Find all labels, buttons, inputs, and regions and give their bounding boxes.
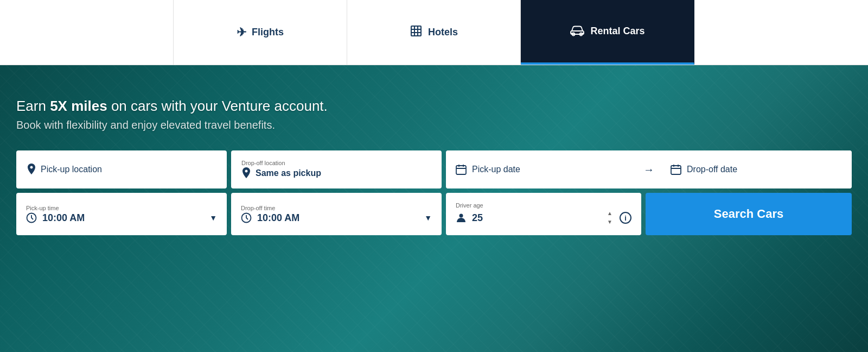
dropoff-clock-icon [241, 212, 252, 223]
hotels-icon [410, 24, 423, 41]
driver-age-value-content: 25 [456, 212, 483, 224]
date-range-wrapper: Pick-up date → Drop-off date [446, 150, 852, 188]
pickup-time-field[interactable]: Pick-up time 10:00 AM ▼ [16, 193, 227, 235]
dropoff-time-label: Drop-off time [241, 205, 432, 211]
pickup-date-placeholder: Pick-up date [472, 165, 520, 174]
dropoff-time-value: 10:00 AM [257, 212, 299, 224]
tab-rental-cars[interactable]: Rental Cars [521, 0, 694, 65]
person-icon [456, 212, 467, 223]
date-arrow: → [637, 150, 661, 188]
age-row: 25 ▲ ▼ i [456, 210, 631, 226]
search-button-container: Search Cars [646, 193, 852, 235]
search-cars-button[interactable]: Search Cars [646, 193, 852, 235]
search-form: Pick-up location Drop-off location Same … [16, 150, 852, 235]
pickup-calendar-icon [456, 164, 467, 175]
headline-bold: 5X miles [50, 98, 107, 114]
age-increment-button[interactable]: ▲ [605, 210, 614, 217]
car-icon [570, 22, 585, 41]
pickup-location-field[interactable]: Pick-up location [16, 150, 227, 188]
hero-subline: Book with flexibility and enjoy elevated… [16, 119, 852, 131]
svg-rect-0 [411, 26, 421, 36]
pickup-time-dropdown-icon: ▼ [209, 213, 217, 222]
hero-headline: Earn 5X miles on cars with your Venture … [16, 98, 852, 115]
driver-age-label: Driver age [456, 202, 631, 209]
hotels-tab-label: Hotels [428, 27, 458, 38]
hero-content: Earn 5X miles on cars with your Venture … [0, 65, 868, 252]
hero-section: Earn 5X miles on cars with your Venture … [0, 65, 868, 352]
pickup-location-content: Pick-up location [27, 164, 216, 175]
headline-suffix: on cars with your Venture account. [107, 98, 328, 114]
rental-cars-tab-label: Rental Cars [590, 26, 644, 37]
age-stepper[interactable]: ▲ ▼ [605, 210, 614, 226]
dropoff-time-row: 10:00 AM ▼ [241, 212, 432, 224]
dropoff-location-field[interactable]: Drop-off location Same as pickup [231, 150, 442, 188]
nav-left-space [0, 0, 174, 65]
search-cars-label: Search Cars [714, 207, 783, 221]
dropoff-location-label: Drop-off location [241, 160, 431, 166]
pickup-location-placeholder: Pick-up location [41, 165, 102, 174]
dropoff-calendar-icon [671, 164, 681, 175]
dropoff-location-value: Same as pickup [256, 168, 321, 178]
pickup-clock-icon [26, 212, 37, 223]
svg-point-20 [459, 214, 463, 218]
dropoff-time-dropdown-icon: ▼ [424, 213, 432, 222]
tab-flights[interactable]: ✈ Flights [174, 0, 347, 65]
flights-icon: ✈ [237, 26, 246, 40]
svg-rect-14 [671, 166, 681, 174]
pickup-time-label: Pick-up time [26, 205, 217, 211]
pin-icon [27, 164, 36, 175]
dropoff-date-placeholder: Drop-off date [687, 165, 737, 174]
dropoff-time-field[interactable]: Drop-off time 10:00 AM ▼ [231, 193, 442, 235]
tab-hotels[interactable]: Hotels [347, 0, 521, 65]
pickup-time-value: 10:00 AM [42, 212, 85, 224]
form-row-1: Pick-up location Drop-off location Same … [16, 150, 852, 188]
pickup-date-field[interactable]: Pick-up date [446, 150, 637, 188]
dropoff-date-field[interactable]: Drop-off date [661, 150, 852, 188]
headline-prefix: Earn [16, 98, 50, 114]
form-row-2: Pick-up time 10:00 AM ▼ [16, 193, 852, 235]
age-controls: ▲ ▼ i [605, 210, 631, 226]
pickup-time-value-content: 10:00 AM [26, 212, 85, 224]
dropoff-pin-icon [241, 167, 251, 179]
driver-age-value: 25 [472, 212, 483, 224]
dropoff-time-value-content: 10:00 AM [241, 212, 299, 224]
svg-rect-10 [456, 166, 466, 174]
navigation-bar: ✈ Flights Hotels Rental Car [0, 0, 868, 65]
driver-age-info-icon[interactable]: i [620, 212, 631, 224]
pickup-time-row: 10:00 AM ▼ [26, 212, 217, 224]
dropoff-location-content: Same as pickup [241, 167, 431, 179]
age-decrement-button[interactable]: ▼ [605, 218, 614, 226]
flights-tab-label: Flights [252, 27, 284, 38]
driver-age-field: Driver age 25 ▲ ▼ [446, 193, 641, 235]
